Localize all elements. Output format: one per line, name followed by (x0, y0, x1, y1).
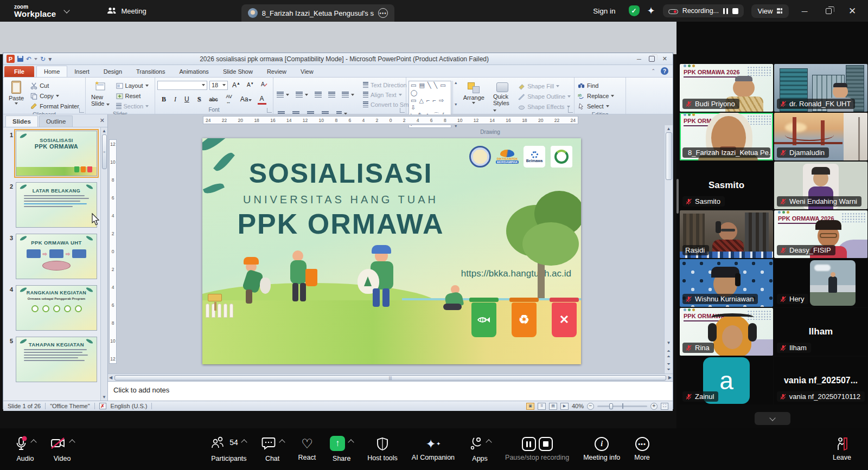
previous-slide-button[interactable]: ⏶⏶ (667, 349, 670, 359)
participant-tile-sasmito[interactable]: Sasmito Sasmito (680, 162, 773, 209)
participant-tile-ronald[interactable]: dr. Ronald_FK UHT (774, 64, 867, 112)
close-button[interactable]: ✕ (844, 5, 860, 17)
zoom-in-button[interactable]: + (650, 403, 658, 410)
format-painter-button[interactable]: Format Painter (29, 102, 80, 111)
slide-3-thumbnail[interactable]: PPK ORMAWA UHT ⇨⇨ (16, 234, 97, 279)
zoom-out-button[interactable]: − (587, 403, 594, 410)
cut-button[interactable]: Cut (29, 81, 80, 90)
save-icon[interactable] (17, 56, 23, 62)
chat-options-icon[interactable] (279, 439, 285, 445)
view-button[interactable]: View (751, 4, 789, 18)
participant-tile-deasy[interactable]: PPK ORMAWA 2026 Deasy_FISIP (774, 210, 867, 258)
slide-1-thumbnail[interactable]: SOSIALISASI PPK ORMAWA (16, 131, 97, 176)
font-size-combobox[interactable]: 18 (209, 81, 228, 90)
font-color-button[interactable]: A (258, 94, 266, 105)
slide-thumbnail-row[interactable]: 3 PPK ORMAWA UHT ⇨⇨ (7, 234, 99, 279)
share-options-icon[interactable] (348, 439, 354, 445)
record-control-button[interactable]: Pause/stop recording (498, 428, 576, 470)
slide-4-thumbnail[interactable]: RANGKAIAN KEGIATAN Ormawa sebagai Pengge… (16, 285, 97, 331)
section-button[interactable]: Section (115, 102, 150, 110)
font-name-combobox[interactable] (157, 81, 207, 90)
close-pane-icon[interactable]: ✕ (100, 117, 105, 124)
tab-slides[interactable]: Slides (5, 115, 38, 127)
participant-tile-vania[interactable]: vania nf_202507... vania nf_20250710112 (774, 357, 867, 404)
slide-counter[interactable]: Slide 1 of 26 (8, 403, 41, 409)
tab-shared-screen[interactable]: 8_Farizah Izazi_Ketua Pengusul's s ••• (241, 4, 394, 22)
slide-canvas[interactable]: DIKTISAINTEKBERDAMPAK Belmawa SOSIALISAS… (202, 138, 581, 364)
change-case-button[interactable]: Aa (238, 95, 254, 104)
audio-options-icon[interactable] (30, 439, 36, 445)
participant-tile-djamaludin[interactable]: Djamaludin (774, 113, 867, 160)
show-more-participants-button[interactable] (755, 412, 790, 425)
sign-in-button[interactable]: Sign in (588, 5, 621, 17)
scroll-right-icon[interactable]: ▶ (668, 375, 672, 380)
apps-options-icon[interactable] (486, 439, 492, 445)
undo-dropdown-icon[interactable] (34, 58, 37, 60)
tab-meeting[interactable]: Meeting (107, 7, 146, 15)
reset-button[interactable]: Reset (115, 92, 150, 100)
tab-view[interactable]: View (293, 66, 321, 77)
ppt-restore-button[interactable] (649, 56, 655, 62)
next-slide-button[interactable]: ⏷⏷ (667, 362, 670, 372)
increase-indent-button[interactable] (327, 81, 336, 108)
more-button[interactable]: ••• More (627, 428, 656, 470)
ai-sparkle-icon[interactable]: ✦ (647, 5, 655, 17)
tab-review[interactable]: Review (260, 66, 293, 77)
arrange-button[interactable]: Arrange (460, 81, 488, 106)
participants-options-icon[interactable] (241, 439, 247, 445)
hscrollbar-thumb[interactable]: ||| (114, 375, 666, 381)
react-button[interactable]: ♡ React (291, 428, 323, 470)
tab-home[interactable]: Home (36, 66, 67, 77)
scrollbar-thumb[interactable]: ≡ (102, 134, 107, 169)
clipboard-dialog-launcher-icon[interactable] (79, 108, 84, 113)
slide-thumbnail-row[interactable]: 5 TAHAPAN KEGIATAN (7, 337, 99, 382)
shrink-font-button[interactable]: A▼ (245, 81, 256, 88)
scroll-up-icon[interactable]: ▲ (667, 126, 671, 131)
shape-effects-button[interactable]: Shape Effects (517, 102, 572, 111)
slide-5-thumbnail[interactable]: TAHAPAN KEGIATAN (16, 337, 97, 382)
participant-tile-farizah[interactable]: PPK ORMAWA 2026 8_Farizah Izazi_Ketua Pe… (680, 113, 773, 160)
new-slide-button[interactable]: NewSlide (88, 79, 113, 108)
participants-button[interactable]: 54 Participants (204, 428, 253, 470)
participant-tile-wishnu[interactable]: Wishnu Kurniawan (680, 259, 773, 307)
clear-formatting-button[interactable]: A (258, 80, 270, 90)
quick-styles-button[interactable]: QuickStyles (490, 81, 515, 114)
minimize-ribbon-icon[interactable]: ⌃ (651, 68, 655, 74)
participant-tile-zainul[interactable]: a Zainul (680, 357, 773, 404)
ppt-minimize-button[interactable]: ─ (637, 56, 641, 62)
shapes-scroll-down-icon[interactable]: ▼ (454, 102, 458, 106)
participant-tile-ilham[interactable]: Ilham Ilham (774, 308, 867, 356)
replace-button[interactable]: abReplace (577, 92, 623, 100)
security-shield-icon[interactable]: ✓ (629, 5, 640, 16)
underline-button[interactable]: U (182, 95, 192, 104)
help-icon[interactable]: ? (661, 67, 668, 75)
zoom-slider-thumb[interactable] (609, 403, 613, 409)
spellcheck-icon[interactable]: ✗ (99, 403, 106, 409)
slide-thumbnail-row[interactable]: 4 RANGKAIAN KEGIATAN Ormawa sebagai Peng… (7, 285, 99, 331)
slide-thumbnail-row[interactable]: 2 LATAR BELAKANG (7, 182, 99, 228)
minimize-button[interactable]: ─ (796, 7, 813, 16)
slideshow-view-button[interactable]: ▶ (560, 403, 569, 410)
participant-tile-rina[interactable]: PPK ORMAWA 2026 Rina (680, 308, 773, 356)
character-spacing-button[interactable]: AV↔ (224, 93, 234, 105)
shapes-scroll-up-icon[interactable]: ▲ (454, 81, 458, 85)
panel-scrollbar-thumb[interactable] (676, 179, 679, 214)
slides-pane-scrollbar[interactable]: ▲ ≡ ▼ (100, 127, 107, 401)
tab-options-icon[interactable]: ••• (378, 8, 388, 18)
font-dialog-launcher-icon[interactable] (267, 108, 272, 113)
editor-canvas[interactable]: DIKTISAINTEKBERDAMPAK Belmawa SOSIALISAS… (118, 125, 664, 374)
drawing-dialog-launcher-icon[interactable] (568, 108, 573, 113)
bullets-button[interactable] (276, 81, 290, 108)
apps-button[interactable]: Apps (462, 428, 498, 470)
tab-file[interactable]: File (4, 66, 34, 77)
reading-view-button[interactable]: ▤ (549, 403, 557, 410)
pause-recording-button[interactable] (723, 8, 728, 14)
tab-outline[interactable]: Outline (39, 115, 73, 127)
tab-animations[interactable]: Animations (172, 66, 215, 77)
audio-button[interactable]: Audio (8, 428, 43, 470)
theme-name[interactable]: "Office Theme" (50, 403, 90, 409)
numbering-button[interactable] (295, 81, 309, 108)
copy-button[interactable]: Copy (29, 92, 80, 100)
scroll-left-icon[interactable]: ◀ (109, 375, 112, 380)
video-button[interactable]: Video (43, 428, 81, 470)
